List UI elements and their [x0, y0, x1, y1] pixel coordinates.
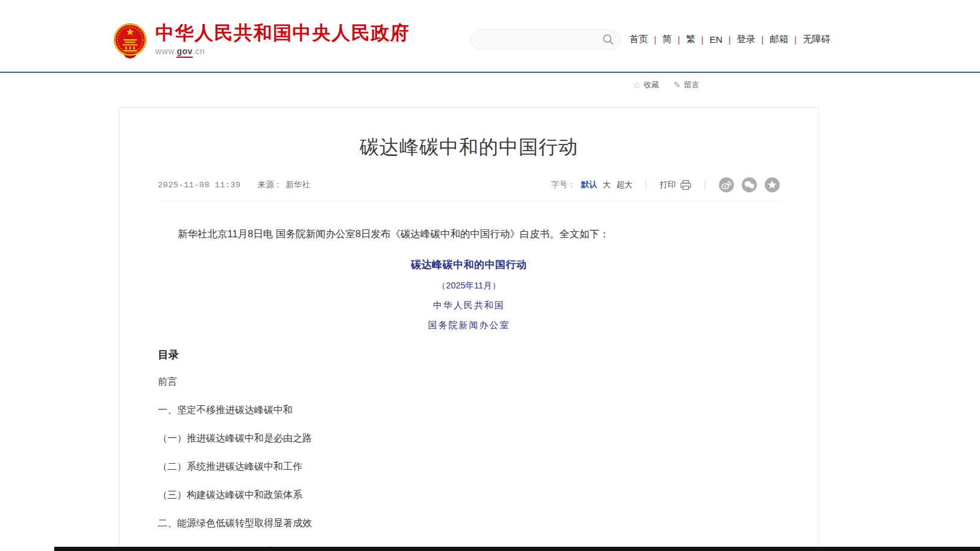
document-author-line1: 中华人民共和国 [158, 300, 780, 311]
article-card: 碳达峰碳中和的中国行动 2025-11-08 11:39 来源： 新华社 字号：… [119, 107, 819, 551]
print-label: 打印 [660, 179, 676, 190]
nav-login[interactable]: 登录 [737, 33, 755, 46]
font-size-large[interactable]: 大 [603, 179, 611, 190]
toc-item: （二）系统推进碳达峰碳中和工作 [158, 461, 780, 473]
document-heading: 碳达峰碳中和的中国行动 （2025年11月） 中华人民共和国 国务院新闻办公室 [158, 258, 780, 331]
search-box[interactable] [470, 30, 621, 50]
nav-accessibility[interactable]: 无障碍 [802, 33, 831, 46]
source-link[interactable]: 新华社 [286, 179, 310, 190]
toc-item: 一、坚定不移推进碳达峰碳中和 [158, 404, 780, 417]
nav-separator: | [654, 35, 657, 45]
comment-label: 留言 [684, 79, 699, 90]
font-size-default[interactable]: 默认 [581, 179, 598, 190]
nav-separator: | [794, 35, 797, 45]
printer-icon [680, 180, 691, 190]
nav-mail[interactable]: 邮箱 [770, 33, 788, 46]
nav-traditional[interactable]: 繁 [686, 33, 696, 46]
document-author-line2: 国务院新闻办公室 [158, 320, 780, 331]
toc-heading: 目录 [158, 347, 780, 362]
toc-item: 二、能源绿色低碳转型取得显著成效 [158, 517, 780, 530]
article-meta: 2025-11-08 11:39 来源： 新华社 字号： 默认 大 超大 打印 [158, 177, 780, 193]
nav-separator: | [701, 35, 704, 45]
table-of-contents: 目录 前言 一、坚定不移推进碳达峰碳中和 （一）推进碳达峰碳中和是必由之路 （二… [158, 347, 780, 551]
site-header: 中华人民共和国中央人民政府 www.gov.cn 首页 | 简 | 繁 | EN… [0, 0, 980, 72]
meta-right: 字号： 默认 大 超大 打印 [551, 177, 780, 193]
star-share-icon[interactable] [764, 177, 780, 193]
document-title: 碳达峰碳中和的中国行动 [158, 258, 780, 272]
favorite-label: 收藏 [644, 79, 660, 90]
nav-english[interactable]: EN [710, 34, 723, 45]
font-size-label: 字号： [551, 179, 576, 190]
site-title: 中华人民共和国中央人民政府 [155, 23, 410, 43]
article-title: 碳达峰碳中和的中国行动 [158, 134, 780, 161]
nav-separator: | [761, 35, 764, 45]
font-size-xlarge[interactable]: 超大 [616, 179, 632, 190]
pen-icon: ✎ [674, 80, 681, 90]
toc-item: （三）构建碳达峰碳中和政策体系 [158, 489, 780, 502]
toc-item: 前言 [158, 376, 780, 388]
toc-item: （一）推进碳达峰碳中和是必由之路 [158, 432, 780, 445]
bottom-edge-strip [54, 547, 980, 551]
favorite-button[interactable]: ☆ 收藏 [633, 79, 660, 90]
source-label: 来源： [258, 179, 282, 190]
nav-simplified[interactable]: 简 [663, 33, 672, 46]
top-nav: 首页 | 简 | 繁 | EN | 登录 | 邮箱 | 无障碍 [629, 33, 831, 46]
national-emblem-icon [113, 23, 147, 59]
meta-divider [158, 201, 780, 202]
site-logo[interactable]: 中华人民共和国中央人民政府 www.gov.cn [113, 23, 410, 59]
weibo-share-icon[interactable] [719, 177, 734, 193]
meta-left: 2025-11-08 11:39 来源： 新华社 [158, 179, 310, 190]
site-url: www.gov.cn [155, 46, 410, 56]
publish-date: 2025-11-08 11:39 [158, 181, 241, 190]
share-icons [719, 177, 780, 193]
search-input[interactable] [481, 35, 602, 45]
page-tools: ☆ 收藏 ✎ 留言 [633, 79, 699, 90]
print-button[interactable]: 打印 [660, 179, 691, 190]
article-intro: 新华社北京11月8日电 国务院新闻办公室8日发布《碳达峰碳中和的中国行动》白皮书… [158, 226, 780, 242]
comment-button[interactable]: ✎ 留言 [674, 79, 700, 90]
nav-separator: | [678, 35, 680, 45]
header-divider [0, 72, 980, 73]
nav-separator: | [728, 35, 731, 45]
nav-home[interactable]: 首页 [629, 33, 648, 46]
search-icon[interactable] [602, 34, 614, 46]
divider [646, 180, 646, 190]
wechat-share-icon[interactable] [741, 177, 757, 193]
divider [705, 180, 705, 190]
document-date: （2025年11月） [158, 280, 780, 291]
star-icon: ☆ [633, 80, 641, 90]
